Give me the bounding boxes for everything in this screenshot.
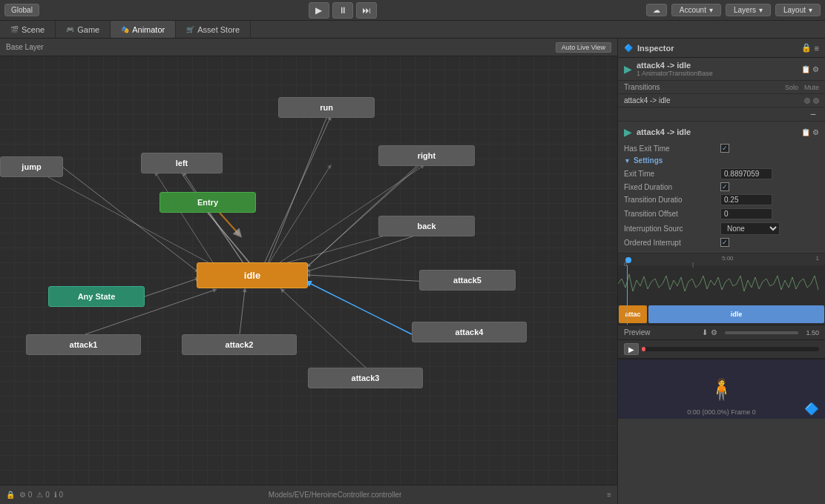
- layers-button[interactable]: Layers ▾: [726, 4, 771, 16]
- timeline-marker-1: 1: [816, 255, 819, 262]
- animator-canvas[interactable]: run left right jump Entry back idle Any …: [0, 56, 617, 485]
- svg-line-9: [308, 234, 419, 271]
- inspector-panel: 🔷 Inspector 🔒 ≡ ▶ attack4 -> idle 1 Anim…: [617, 39, 825, 504]
- transitions-header-row: Transitions Solo Mute: [618, 81, 825, 94]
- node-idle[interactable]: idle: [197, 262, 308, 288]
- node-entry[interactable]: Entry: [160, 192, 256, 213]
- node-attack4[interactable]: attack4: [412, 322, 527, 342]
- preview-speed-value: 1.50: [806, 329, 819, 336]
- preview-download-icon[interactable]: ⬇: [702, 328, 708, 336]
- solo-dot[interactable]: [804, 98, 810, 104]
- preview-progress-bar[interactable]: [642, 347, 819, 351]
- interruption-source-label: Interruption Sourc: [624, 225, 720, 233]
- ordered-interrupt-label: Ordered Interrupt: [624, 239, 720, 247]
- preview-play-button[interactable]: ▶: [624, 343, 639, 355]
- file-path: Models/EVE/HeroineController.controller: [269, 491, 402, 499]
- inspector-header: 🔷 Inspector 🔒 ≡: [618, 39, 825, 58]
- transition-duration-input[interactable]: [720, 194, 772, 205]
- has-exit-time-checkbox[interactable]: [720, 144, 729, 153]
- character-preview: 🧍: [709, 377, 734, 402]
- auto-live-button[interactable]: Auto Live View: [556, 42, 611, 53]
- settings-label: Settings: [634, 156, 663, 165]
- transition-tools: 📋 ⚙: [801, 65, 819, 73]
- node-any-state[interactable]: Any State: [48, 286, 145, 307]
- global-button[interactable]: Global: [4, 4, 39, 16]
- preview-3d-viewport: 🧍 0:00 (000.0%) Frame 0 🔷: [618, 359, 825, 419]
- preview-speed-slider[interactable]: [725, 331, 798, 334]
- ordered-interrupt-checkbox[interactable]: [720, 238, 729, 247]
- play-button[interactable]: ▶: [309, 2, 329, 19]
- transition-duration-label: Transition Duratio: [624, 196, 720, 204]
- transition-state-icon: ▶: [624, 63, 632, 75]
- unity-logo: 🔷: [804, 402, 819, 416]
- preview-icons: ⬇ ⚙: [702, 328, 717, 336]
- svg-line-5: [182, 173, 245, 265]
- detail-block: ▶ attack4 -> idle 📋 ⚙ Has Exit Time ▼ Se…: [618, 122, 825, 253]
- interruption-source-select[interactable]: None: [720, 222, 780, 235]
- tab-animator[interactable]: 🎭 Animator: [111, 21, 176, 38]
- transition-offset-label: Transition Offset: [624, 210, 720, 218]
- detail-tools: 📋 ⚙: [801, 128, 819, 136]
- timeline-playhead[interactable]: [627, 265, 628, 325]
- transition-sub-label: 1 AnimatorTransitionBase: [637, 70, 713, 77]
- ordered-interrupt-row: Ordered Interrupt: [624, 236, 819, 248]
- svg-line-4: [263, 118, 330, 265]
- detail-transition-name: attack4 -> idle: [637, 127, 691, 136]
- transition-list-item[interactable]: attack4 -> idle: [618, 94, 825, 107]
- skip-button[interactable]: ⏭: [356, 2, 377, 19]
- node-back[interactable]: back: [378, 216, 475, 236]
- timeline-state-idle: idle: [648, 305, 824, 323]
- svg-line-13: [240, 290, 245, 334]
- interruption-source-row: Interruption Sourc None: [624, 221, 819, 236]
- layout-button[interactable]: Layout ▾: [775, 4, 821, 16]
- tab-game[interactable]: 🎮 Game: [56, 21, 111, 38]
- transition-copy-button[interactable]: 📋: [801, 65, 810, 73]
- mute-dot[interactable]: [813, 98, 819, 104]
- preview-header: Preview ⬇ ⚙ 1.50: [618, 325, 825, 340]
- tab-asset-store[interactable]: 🛒 Asset Store: [176, 21, 251, 38]
- transition-offset-row: Transition Offset: [624, 207, 819, 221]
- settings-header[interactable]: ▼ Settings: [624, 154, 819, 167]
- pause-button[interactable]: ⏸: [332, 2, 353, 19]
- detail-settings-button[interactable]: ⚙: [812, 128, 819, 136]
- inspector-lock-button[interactable]: 🔒: [801, 43, 812, 53]
- top-right-buttons: ☁ Account ▾ Layers ▾ Layout ▾: [646, 4, 821, 16]
- timeline-canvas[interactable]: attac idle: [618, 265, 825, 325]
- exit-time-row: Exit Time 0.8897059: [624, 167, 819, 181]
- inspector-tools: 🔒 ≡: [801, 43, 819, 53]
- node-attack3[interactable]: attack3: [308, 368, 423, 388]
- preview-settings-icon[interactable]: ⚙: [711, 328, 717, 336]
- solo-mute-labels: Solo Mute: [785, 84, 819, 91]
- timeline-ruler: 0 | 5:00 1: [618, 253, 825, 265]
- node-left[interactable]: left: [141, 153, 223, 173]
- node-run[interactable]: run: [278, 97, 375, 118]
- transitions-section: Transitions Solo Mute attack4 -> idle −: [618, 81, 825, 122]
- node-right[interactable]: right: [378, 145, 475, 166]
- transition-block: ▶ attack4 -> idle 1 AnimatorTransitionBa…: [618, 58, 825, 81]
- svg-line-17: [220, 213, 239, 234]
- tab-scene[interactable]: 🎬 Scene: [0, 21, 56, 38]
- cloud-button[interactable]: ☁: [646, 4, 667, 16]
- remove-transition-button[interactable]: −: [807, 109, 819, 119]
- node-attack5[interactable]: attack5: [419, 270, 516, 291]
- exit-time-input[interactable]: 0.8897059: [720, 168, 772, 179]
- svg-line-19: [156, 173, 215, 266]
- timeline-state-attack: attac: [619, 305, 647, 323]
- node-jump[interactable]: jump: [0, 156, 63, 177]
- node-attack2[interactable]: attack2: [182, 334, 297, 355]
- animator-toolbar: Base Layer Auto Live View: [0, 39, 617, 56]
- svg-line-3: [267, 118, 326, 265]
- fixed-duration-label: Fixed Duration: [624, 183, 720, 191]
- transition-settings-button[interactable]: ⚙: [812, 65, 819, 73]
- svg-line-11: [145, 279, 197, 296]
- waveform-svg: [618, 265, 825, 302]
- transition-offset-input[interactable]: [720, 208, 772, 219]
- timeline-marker-5: 5:00: [722, 255, 734, 262]
- detail-copy-button[interactable]: 📋: [801, 128, 810, 136]
- inspector-menu-button[interactable]: ≡: [815, 43, 819, 53]
- hamburger-icon[interactable]: ≡: [607, 491, 611, 499]
- preview-label: Preview: [624, 328, 697, 336]
- account-button[interactable]: Account ▾: [671, 4, 721, 16]
- fixed-duration-checkbox[interactable]: [720, 182, 729, 191]
- node-attack1[interactable]: attack1: [26, 334, 141, 355]
